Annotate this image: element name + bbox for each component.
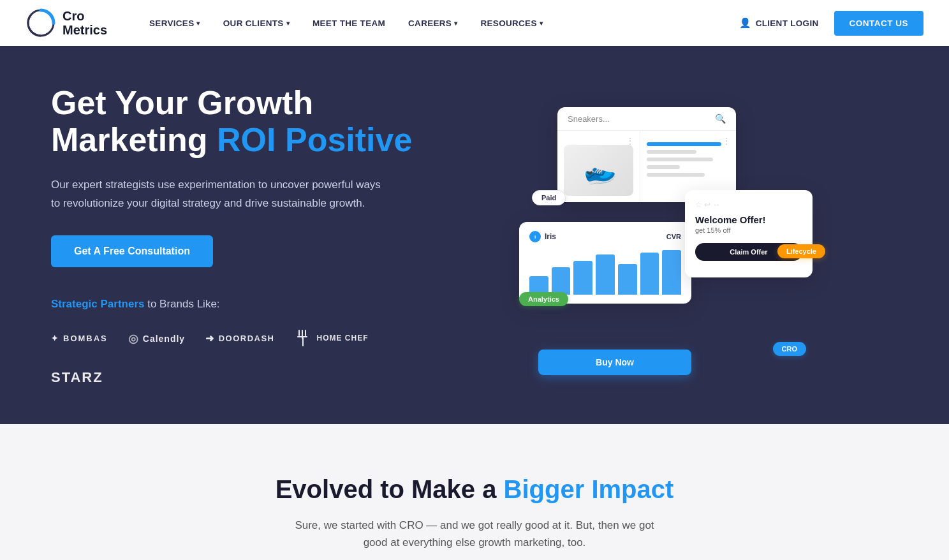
partner-calendly: ◎ Calendly bbox=[128, 332, 185, 346]
get-free-consultation-button[interactable]: Get A Free Consultation bbox=[51, 235, 213, 267]
nav-services[interactable]: SERVICES ▾ bbox=[138, 0, 212, 46]
calendly-icon: ◎ bbox=[128, 332, 139, 346]
nav-our-clients[interactable]: OUR CLIENTS ▾ bbox=[212, 0, 301, 46]
svg-rect-3 bbox=[298, 330, 300, 336]
search-bar: Sneakers... 🔍 bbox=[557, 107, 736, 131]
search-placeholder: Sneakers... bbox=[568, 114, 710, 124]
chart-bar bbox=[618, 264, 637, 295]
bottom-section: Evolved to Make a Bigger Impact Sure, we… bbox=[0, 424, 949, 560]
chevron-down-icon: ▾ bbox=[540, 20, 543, 27]
chart-bar bbox=[662, 250, 681, 295]
hero-title: Get Your Growth Marketing ROI Positive bbox=[51, 84, 434, 158]
user-icon: 👤 bbox=[739, 17, 751, 29]
hero-subtitle: Our expert strategists use experimentati… bbox=[51, 176, 383, 212]
illustration-wrapper: Sneakers... 🔍 ⋮ 👟 ⋮ bbox=[519, 107, 813, 362]
card-left-panel: ⋮ 👟 bbox=[557, 131, 640, 202]
hero-illustration: Sneakers... 🔍 ⋮ 👟 ⋮ bbox=[434, 101, 898, 369]
doordash-icon: ➜ bbox=[205, 332, 215, 344]
svg-rect-6 bbox=[302, 337, 304, 346]
tag-paid: Paid bbox=[532, 190, 566, 205]
partner-starz: STARZ bbox=[51, 369, 103, 386]
nav-resources[interactable]: RESOURCES ▾ bbox=[469, 0, 555, 46]
sneaker-image: 👟 bbox=[564, 145, 633, 196]
nav-right: 👤 CLIENT LOGIN CONTACT US bbox=[732, 11, 923, 36]
hero-left: Get Your Growth Marketing ROI Positive O… bbox=[51, 84, 434, 386]
partner-homechef: HOME CHEF bbox=[295, 328, 368, 349]
chart-bar bbox=[573, 261, 592, 295]
logo[interactable]: Cro Metrics bbox=[26, 8, 107, 38]
iris-brand: i Iris bbox=[529, 231, 556, 242]
partner-doordash: ➜ DOORDASH bbox=[205, 332, 274, 344]
bottom-title: Evolved to Make a Bigger Impact bbox=[26, 475, 923, 504]
partner-bombas: ✦ BOMBAS bbox=[51, 334, 108, 343]
tag-lifecycle: Lifecycle bbox=[777, 244, 825, 258]
chart-bar bbox=[596, 254, 615, 295]
star-icon: ☆ ↩ ↔ bbox=[695, 200, 721, 209]
chevron-down-icon: ▾ bbox=[196, 20, 200, 27]
tag-cro: CRO bbox=[773, 342, 806, 356]
offer-card: ☆ ↩ ↔ Welcome Offer! get 15% off Claim O… bbox=[685, 190, 813, 277]
offer-title: Welcome Offer! bbox=[695, 214, 802, 225]
dots-icon: ⋮ bbox=[722, 136, 731, 146]
chart-bar bbox=[640, 253, 659, 295]
logo-text: Cro Metrics bbox=[63, 9, 107, 37]
nav-careers[interactable]: CAREERS ▾ bbox=[397, 0, 469, 46]
svg-rect-4 bbox=[305, 330, 306, 336]
bars-chart bbox=[529, 250, 681, 295]
cvr-label: CVR bbox=[666, 233, 681, 240]
logo-icon bbox=[26, 8, 56, 38]
cvr-card-header: i Iris CVR bbox=[529, 231, 681, 242]
navbar: Cro Metrics SERVICES ▾ OUR CLIENTS ▾ MEE… bbox=[0, 0, 949, 46]
search-card: Sneakers... 🔍 ⋮ 👟 ⋮ bbox=[557, 107, 736, 202]
chevron-down-icon: ▾ bbox=[286, 20, 290, 27]
contact-us-button[interactable]: CONTACT US bbox=[834, 11, 924, 36]
sneaker-icon: 👟 bbox=[578, 151, 619, 190]
svg-rect-5 bbox=[297, 336, 307, 337]
offer-subtitle: get 15% off bbox=[695, 226, 802, 234]
nav-meet-the-team[interactable]: MEET THE TEAM bbox=[301, 0, 397, 46]
nav-links: SERVICES ▾ OUR CLIENTS ▾ MEET THE TEAM C… bbox=[138, 0, 732, 46]
offer-card-icons: ☆ ↩ ↔ bbox=[695, 200, 802, 209]
cvr-card: i Iris CVR bbox=[519, 222, 691, 304]
chevron-down-icon: ▾ bbox=[454, 20, 457, 27]
bottom-subtitle: Sure, we started with CRO — and we got r… bbox=[283, 517, 666, 551]
bombas-icon: ✦ bbox=[51, 334, 59, 343]
iris-icon: i bbox=[529, 231, 541, 242]
partners-label: Strategic Partners to Brands Like: bbox=[51, 298, 434, 311]
homechef-icon bbox=[295, 328, 313, 349]
hero-section: Get Your Growth Marketing ROI Positive O… bbox=[0, 46, 949, 424]
dots-icon: ⋮ bbox=[626, 136, 635, 146]
client-login-button[interactable]: 👤 CLIENT LOGIN bbox=[732, 17, 826, 29]
tag-analytics: Analytics bbox=[519, 292, 568, 306]
buy-now-button[interactable]: Buy Now bbox=[538, 350, 691, 375]
chart-bar bbox=[552, 267, 571, 295]
partner-logos: ✦ BOMBAS ◎ Calendly ➜ DOORDASH HOME C bbox=[51, 328, 434, 386]
search-icon: 🔍 bbox=[715, 114, 726, 124]
